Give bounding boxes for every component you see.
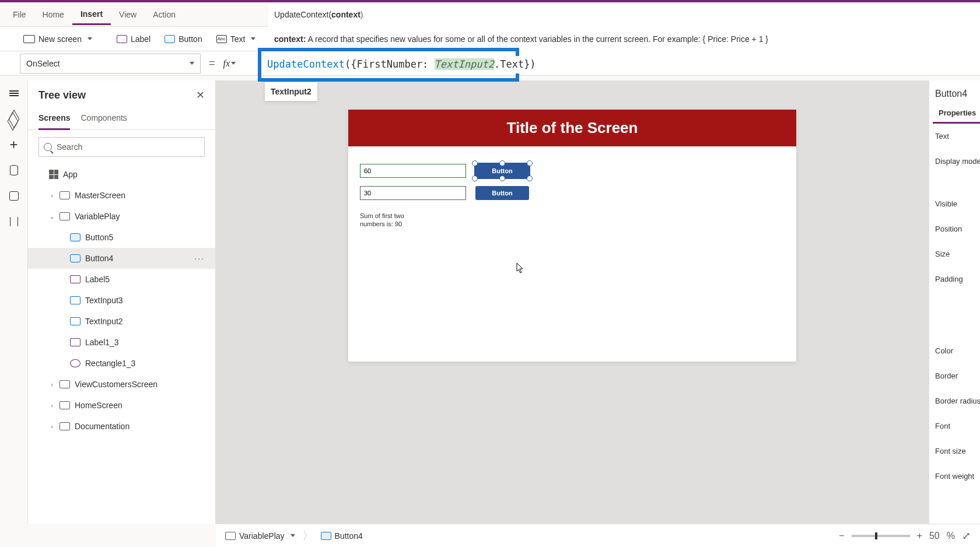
tree-item-masterscreen[interactable]: ›MasterScreen [28, 185, 215, 206]
chevron-down-icon [190, 62, 194, 65]
tree-item-app[interactable]: App [28, 164, 215, 185]
add-icon[interactable]: + [8, 140, 20, 149]
text-input-2[interactable] [360, 186, 466, 200]
resize-handle[interactable] [472, 176, 478, 181]
breadcrumb-screen[interactable]: VariablePlay [225, 531, 295, 541]
formula-input[interactable]: UpdateContext({FirstNumber: TextInput2.T… [265, 56, 977, 73]
button-button[interactable]: Button [158, 31, 209, 47]
media-icon[interactable] [8, 191, 20, 201]
rect-icon [70, 359, 80, 367]
property-selector[interactable]: OnSelect [20, 54, 201, 73]
expand-arrow-icon[interactable]: › [49, 423, 55, 429]
canvas-body: Button Button Sum of first two numbers i… [348, 146, 796, 246]
lbl-icon [70, 338, 80, 346]
formula-fn-name: UpdateContext( [274, 10, 331, 19]
tree-item-label: Button5 [85, 233, 113, 242]
canvas-row-2: Button [360, 186, 785, 200]
zoom-out-button[interactable]: − [839, 531, 844, 541]
screen-icon [60, 212, 70, 220]
selected-control-name: Button4 [929, 80, 980, 104]
data-icon[interactable] [8, 166, 20, 175]
tree-panel: Tree view ✕ Screens Components Search Ap… [28, 80, 216, 524]
tree-item-textinput3[interactable]: TextInput3 [28, 290, 215, 311]
zoom-slider[interactable] [852, 535, 910, 537]
expand-arrow-icon[interactable]: ⌄ [49, 213, 55, 219]
tree-item-button4[interactable]: Button4··· [28, 248, 215, 269]
label-button[interactable]: Label [110, 31, 158, 47]
new-screen-button[interactable]: New screen [16, 31, 99, 47]
tree-item-textinput2[interactable]: TextInput2 [28, 311, 215, 332]
tree-item-button5[interactable]: Button5 [28, 227, 215, 248]
tree-item-label1_3[interactable]: Label1_3 [28, 332, 215, 353]
tree-item-variableplay[interactable]: ⌄VariablePlay [28, 206, 215, 227]
resize-handle[interactable] [499, 160, 505, 166]
button-1-selected[interactable]: Button [475, 164, 529, 178]
resize-handle[interactable] [527, 176, 533, 181]
more-icon[interactable]: ··· [194, 254, 209, 263]
text-button[interactable]: Abc Text [209, 31, 263, 47]
button-icon [164, 35, 175, 43]
resize-handle[interactable] [472, 160, 478, 166]
canvas-area[interactable]: Title of the Screen Button [216, 80, 929, 524]
tree-item-rectangle1_3[interactable]: Rectangle1_3 [28, 353, 215, 374]
property-font-weight[interactable]: Font weight [929, 464, 980, 489]
chevron-down-icon [251, 37, 256, 40]
properties-tab[interactable]: Properties [933, 104, 980, 124]
txt-icon [70, 317, 80, 325]
expand-arrow-icon[interactable]: › [49, 192, 55, 198]
menu-file[interactable]: File [5, 5, 34, 24]
property-color[interactable]: Color [929, 338, 980, 363]
ribbon-label-text: Label [131, 34, 150, 44]
resize-handle[interactable] [527, 160, 533, 166]
tree-item-label5[interactable]: Label5 [28, 269, 215, 290]
button-2[interactable]: Button [475, 186, 529, 200]
property-text[interactable]: Text [929, 124, 980, 149]
tree-item-label: Button4 [85, 254, 113, 263]
menu-home[interactable]: Home [34, 5, 72, 24]
zoom-value: 50 [929, 531, 940, 541]
property-display-mode[interactable]: Display mode [929, 149, 980, 174]
tree-item-label: HomeScreen [75, 401, 123, 410]
text-input-1[interactable] [360, 164, 466, 178]
properties-panel: Button4 Properties TextDisplay modeVisib… [929, 80, 980, 524]
tree-item-label: Documentation [75, 422, 130, 431]
property-size[interactable]: Size [929, 241, 980, 267]
search-icon [44, 143, 52, 151]
search-input[interactable]: Search [38, 137, 205, 157]
tab-components[interactable]: Components [80, 110, 127, 129]
tree-item-label: App [63, 170, 78, 179]
breadcrumb-sep: 〉 [302, 528, 314, 544]
fullscreen-icon[interactable]: ⤢ [962, 530, 971, 542]
menu-view[interactable]: View [111, 5, 145, 24]
formula-fn-param: context [331, 10, 360, 19]
property-font-size[interactable]: Font size [929, 439, 980, 464]
txt-icon [70, 296, 80, 304]
lbl-icon [70, 275, 80, 283]
menu-insert[interactable]: Insert [72, 5, 111, 25]
property-position[interactable]: Position [929, 216, 980, 241]
tools-icon[interactable] [8, 217, 20, 226]
zoom-in-button[interactable]: + [917, 531, 922, 541]
property-border[interactable]: Border [929, 363, 980, 388]
tree-item-viewcustomersscreen[interactable]: ›ViewCustomersScreen [28, 374, 215, 395]
tree-item-documentation[interactable]: ›Documentation [28, 416, 215, 437]
property-visible[interactable]: Visible [929, 191, 980, 216]
breadcrumb-control[interactable]: Button4 [321, 531, 363, 541]
expand-arrow-icon[interactable]: › [49, 381, 55, 387]
close-icon[interactable]: ✕ [196, 89, 205, 101]
tree-view-icon[interactable] [8, 114, 20, 124]
property-border-radius[interactable]: Border radius [929, 388, 980, 413]
canvas[interactable]: Title of the Screen Button [348, 110, 796, 362]
expand-arrow-icon[interactable]: › [49, 402, 55, 408]
fx-label[interactable]: fx [223, 58, 230, 69]
tree-item-homescreen[interactable]: ›HomeScreen [28, 395, 215, 416]
zoom-pct: % [947, 531, 955, 541]
autocomplete-suggestion[interactable]: TextInput2 [265, 82, 317, 101]
tree-item-label: VariablePlay [75, 212, 120, 221]
property-font[interactable]: Font [929, 413, 980, 439]
property-padding[interactable]: Padding [929, 267, 980, 292]
resize-handle[interactable] [499, 176, 505, 181]
menu-action[interactable]: Action [145, 5, 184, 24]
hamburger-icon[interactable] [8, 89, 20, 98]
tab-screens[interactable]: Screens [38, 110, 70, 130]
